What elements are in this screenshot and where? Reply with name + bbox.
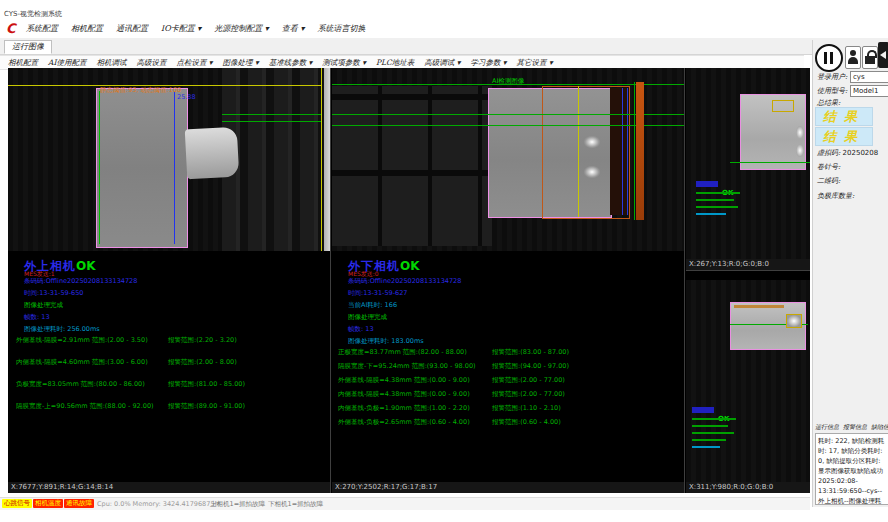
user-button[interactable] bbox=[845, 46, 861, 69]
user-icon bbox=[850, 50, 856, 56]
comm-fault-status-badge: 通讯故障 bbox=[64, 499, 94, 508]
menu-item-system-config[interactable]: 系统配置 bbox=[26, 25, 58, 33]
lock-icon bbox=[865, 56, 875, 64]
left-meas-1: 内侧基线-隔膜=4.60mm 范围:(3.00 - 6.00) bbox=[16, 359, 148, 366]
run-info-log[interactable]: 耗时: 222, 缺陷检测耗时: 17, 缺陷分类耗时: 0, 缺陷提取分区耗时… bbox=[815, 433, 888, 505]
green-hline-1 bbox=[222, 114, 322, 115]
tiny-threshold-text-bar bbox=[734, 305, 784, 308]
right-panel: 登录用户: cys 使用型号: Model1 总结果: 结果 结果 虚拟码: 2… bbox=[812, 40, 888, 507]
toolbar-image-processing[interactable]: 图像处理 ▾ bbox=[223, 58, 259, 68]
menu-bar: C 系统配置 相机配置 通讯配置 IO卡配置 ▾ 光源控制配置 ▾ 查看 ▾ 系… bbox=[0, 22, 888, 37]
green-hline-2 bbox=[222, 121, 322, 122]
small-bottom-coords-bar: X:311;Y:980;R:0;G:0;B:0 bbox=[686, 482, 810, 493]
model-field[interactable]: Model1 bbox=[850, 85, 888, 97]
bottom-camera-fault-status: 下相机1=抓拍故障 bbox=[268, 501, 323, 508]
green-hline-1 bbox=[332, 114, 684, 115]
toolbar-camera-config[interactable]: 相机配置 bbox=[8, 58, 38, 68]
info-tab-run[interactable]: 运行信息 bbox=[815, 424, 839, 430]
virtual-code-label: 虚拟码: bbox=[817, 149, 840, 157]
yellow-roi-box bbox=[772, 100, 794, 112]
tiny-overlay-line bbox=[692, 432, 734, 434]
neg-count-label: 负极库数量: bbox=[817, 193, 854, 200]
tiny-overlay-line bbox=[696, 213, 726, 215]
mini-title-bar bbox=[692, 407, 714, 413]
toolbar-baseline-params[interactable]: 基准线参数 ▾ bbox=[269, 58, 313, 68]
mid-meas-2: 外侧基线-隔膜=4.38mm 范围:(0.00 - 9.00) bbox=[338, 377, 470, 384]
mid-meas-4: 内侧基线-负极=1.90mm 范围:(1.00 - 2.20) bbox=[338, 405, 470, 412]
toolbar-advanced-debug[interactable]: 高级调试 ▾ bbox=[424, 58, 460, 68]
mid-alarm-2: 报警范围:(2.00 - 77.00) bbox=[492, 377, 565, 384]
green-vline-right bbox=[634, 82, 635, 220]
mid-meas-5: 外侧基线-负极=2.65mm 范围:(0.60 - 4.00) bbox=[338, 419, 470, 426]
small-bottom-image[interactable]: OK bbox=[686, 280, 810, 482]
left-frames: 帧数: 13 bbox=[24, 314, 50, 321]
info-tab-defect[interactable]: 缺陷信息 bbox=[871, 424, 888, 430]
left-meas-3: 隔膜宽度-上=90.56mm 范围:(88.00 - 92.00) bbox=[16, 403, 154, 410]
toolbar-camera-debug[interactable]: 相机调试 bbox=[96, 58, 126, 68]
horn-icon bbox=[880, 51, 886, 59]
mid-done: 图像处理完成 bbox=[348, 314, 387, 321]
heartbeat-status-badge: 心跳信号 bbox=[2, 499, 32, 508]
lock-button[interactable] bbox=[862, 46, 878, 69]
small-bottom-camera-view[interactable]: OK X:311;Y:980;R:0;G:0;B:0 bbox=[686, 280, 810, 493]
left-alarm-1: 报警范围:(2.00 - 8.00) bbox=[168, 359, 237, 366]
mid-ai-time: 当前AI耗时: 166 bbox=[348, 302, 397, 309]
toolbar-advanced-settings[interactable]: 高级设置 bbox=[136, 58, 166, 68]
menu-item-camera-config[interactable]: 相机配置 bbox=[71, 25, 103, 33]
login-user-label: 登录用户: bbox=[817, 74, 847, 81]
tiny-overlay-line bbox=[696, 192, 740, 194]
needle-label: 卷针号: bbox=[817, 164, 840, 171]
mid-barcode: 条码码:Offline20250208133134728 bbox=[348, 278, 461, 285]
yellow-roi-box bbox=[786, 314, 802, 328]
qrcode-label: 二维码: bbox=[817, 178, 840, 185]
mid-coords-bar: X:270;Y:2502;R:17;G:17;B:17 bbox=[332, 482, 684, 493]
weld-glint-1 bbox=[584, 136, 600, 148]
menu-item-light-config[interactable]: 光源控制配置 ▾ bbox=[214, 25, 269, 33]
menu-item-io-config[interactable]: IO卡配置 ▾ bbox=[161, 25, 201, 33]
left-camera-image[interactable]: 25.88 静态阈值:93, 动态阈值:100 bbox=[8, 68, 330, 251]
small-top-image[interactable]: OK bbox=[686, 68, 810, 259]
left-meas-2: 负极宽度=83.05mm 范围:(80.00 - 86.00) bbox=[16, 381, 145, 388]
login-user-field[interactable]: cys bbox=[850, 71, 888, 83]
toolbar-spot-check[interactable]: 点检设置 ▾ bbox=[176, 58, 212, 68]
left-camera-ok: OK bbox=[76, 259, 96, 273]
mid-meas-0: 正极宽度=83.77mm 范围:(82.00 - 88.00) bbox=[338, 349, 467, 356]
left-alarm-0: 报警范围:(2.20 - 3.20) bbox=[168, 337, 237, 344]
left-time: 时间:13-31-59-650 bbox=[24, 290, 83, 297]
toolbar-plc-table[interactable]: PLC地址表 bbox=[376, 58, 414, 68]
yellow-vline bbox=[578, 86, 579, 217]
green-hline bbox=[730, 162, 810, 163]
toolbar-other-settings[interactable]: 其它设置 ▾ bbox=[517, 58, 553, 68]
toolbar-learning-params[interactable]: 学习参数 ▾ bbox=[470, 58, 506, 68]
window-title: CYS-视觉检测系统 bbox=[4, 11, 62, 18]
camera-temp-status-badge: 相机温度 bbox=[33, 499, 63, 508]
mid-meas-3: 内侧基线-隔膜=4.38mm 范围:(0.00 - 9.00) bbox=[338, 391, 470, 398]
menu-item-view[interactable]: 查看 ▾ bbox=[282, 25, 305, 33]
mid-frames: 帧数: 13 bbox=[348, 326, 374, 333]
toolbar-test-params[interactable]: 测试项参数 ▾ bbox=[322, 58, 366, 68]
pause-button[interactable] bbox=[815, 44, 843, 72]
info-tab-strip: 运行信息 报警信息 缺陷信息 bbox=[815, 424, 888, 430]
status-bar: 心跳信号 相机温度 通讯故障 Cpu: 0.0% Memory: 3424.41… bbox=[0, 497, 810, 510]
mid-camera-ok: OK bbox=[400, 259, 420, 273]
tiny-overlay-line bbox=[692, 418, 736, 420]
info-tab-alarm[interactable]: 报警信息 bbox=[843, 424, 867, 430]
left-coords-bar: X:7677;Y:891;R:14;G:14;B:14 bbox=[8, 482, 330, 493]
main-area: 25.88 静态阈值:93, 动态阈值:100 外上相机OK MES发送:1 条… bbox=[8, 68, 810, 493]
bright-edge-strip bbox=[324, 68, 330, 251]
menu-item-comm-config[interactable]: 通讯配置 bbox=[116, 25, 148, 33]
pause-icon bbox=[824, 52, 827, 64]
toolbar-ai-config[interactable]: AI使用配置 bbox=[48, 58, 86, 68]
horn-button[interactable] bbox=[878, 42, 888, 68]
roi-box-orange bbox=[542, 86, 630, 219]
mid-camera-view[interactable]: AI检测图像 外下相机OK MES发送:0 条码码:Offline2025020… bbox=[332, 68, 685, 493]
menu-item-language[interactable]: 系统语言切换 bbox=[317, 25, 365, 33]
mid-camera-image[interactable]: AI检测图像 bbox=[332, 68, 684, 251]
left-alarm-2: 报警范围:(81.00 - 85.00) bbox=[168, 381, 245, 388]
small-top-coords-bar: X:267;Y:13;R:0;G:0;B:0 bbox=[686, 259, 810, 270]
small-top-camera-view[interactable]: OK X:267;Y:13;R:0;G:0;B:0 bbox=[686, 68, 810, 271]
tab-run-image[interactable]: 运行图像 bbox=[4, 40, 52, 54]
mid-alarm-1: 报警范围:(94.00 - 97.00) bbox=[492, 363, 569, 370]
left-camera-view[interactable]: 25.88 静态阈值:93, 动态阈值:100 外上相机OK MES发送:1 条… bbox=[8, 68, 331, 493]
green-edge-line bbox=[99, 91, 100, 244]
